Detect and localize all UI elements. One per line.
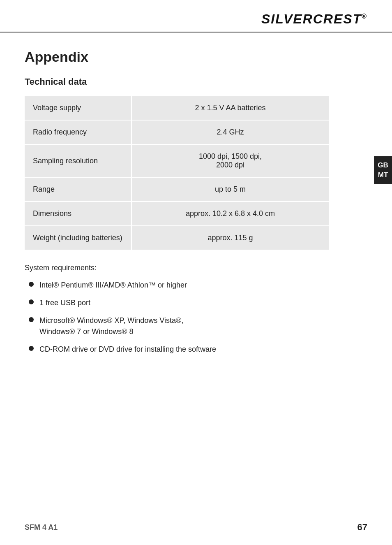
side-tab-line1: GB [378, 160, 388, 170]
list-item: Microsoft® Windows® XP, Windows Vista®,W… [29, 315, 367, 337]
table-cell-label: Sampling resolution [25, 144, 131, 177]
table-cell-label: Weight (including batteries) [25, 226, 131, 250]
page-title: Appendix [25, 49, 367, 65]
section-title: Technical data [25, 77, 367, 87]
side-tab-line2: MT [378, 170, 388, 180]
table-cell-value: 2 x 1.5 V AA batteries [131, 96, 329, 120]
bullet-icon [29, 346, 34, 351]
table-cell-label: Dimensions [25, 202, 131, 226]
page-wrapper: SilverCrest® GB MT Appendix Technical da… [0, 0, 392, 545]
list-item: Intel® Pentium® III/AMD® Athlon™ or high… [29, 280, 367, 291]
brand-name: SilverCrest [261, 12, 362, 26]
table-row: Range up to 5 m [25, 177, 329, 202]
system-requirements-label: System requirements: [25, 264, 367, 272]
list-item-text: Intel® Pentium® III/AMD® Athlon™ or high… [39, 280, 187, 291]
table-cell-value: 1000 dpi, 1500 dpi,2000 dpi [131, 144, 329, 177]
brand-reg: ® [362, 13, 367, 20]
technical-data-table: Voltage supply 2 x 1.5 V AA batteries Ra… [25, 96, 329, 250]
table-cell-value: approx. 115 g [131, 226, 329, 250]
header: SilverCrest® [0, 0, 392, 32]
table-row: Radio frequency 2.4 GHz [25, 120, 329, 144]
table-cell-value: 2.4 GHz [131, 120, 329, 144]
list-item: 1 free USB port [29, 297, 367, 308]
system-requirements-list: Intel® Pentium® III/AMD® Athlon™ or high… [25, 280, 367, 355]
table-cell-label: Voltage supply [25, 96, 131, 120]
bullet-icon [29, 299, 34, 304]
list-item: CD-ROM drive or DVD drive for installing… [29, 344, 367, 355]
bullet-icon [29, 317, 34, 322]
side-tab: GB MT [374, 156, 392, 184]
bullet-icon [29, 282, 34, 287]
list-item-text: Microsoft® Windows® XP, Windows Vista®,W… [39, 315, 183, 337]
footer: SFM 4 A1 67 [25, 522, 367, 533]
footer-model: SFM 4 A1 [25, 523, 58, 532]
main-content: Appendix Technical data Voltage supply 2… [0, 32, 392, 378]
table-row: Sampling resolution 1000 dpi, 1500 dpi,2… [25, 144, 329, 177]
brand-logo: SilverCrest® [261, 12, 367, 27]
table-cell-label: Range [25, 177, 131, 202]
list-item-text: CD-ROM drive or DVD drive for installing… [39, 344, 216, 355]
table-cell-value: up to 5 m [131, 177, 329, 202]
table-cell-value: approx. 10.2 x 6.8 x 4.0 cm [131, 202, 329, 226]
table-row: Voltage supply 2 x 1.5 V AA batteries [25, 96, 329, 120]
table-row: Dimensions approx. 10.2 x 6.8 x 4.0 cm [25, 202, 329, 226]
footer-page-number: 67 [357, 522, 367, 533]
table-cell-label: Radio frequency [25, 120, 131, 144]
table-row: Weight (including batteries) approx. 115… [25, 226, 329, 250]
list-item-text: 1 free USB port [39, 297, 90, 308]
